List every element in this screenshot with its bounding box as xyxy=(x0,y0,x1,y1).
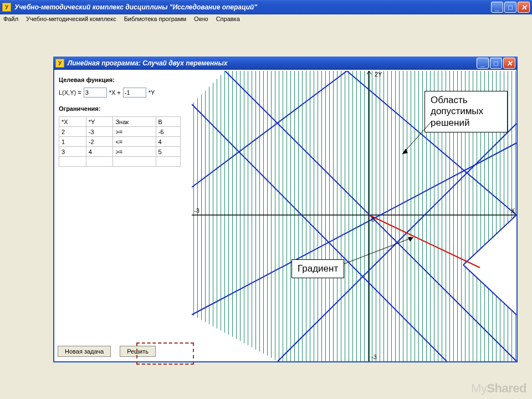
objective-row: L(X,Y) = *X + *Y xyxy=(59,88,187,98)
watermark: MyShared xyxy=(471,381,526,396)
table-row[interactable]: 1 -2 <= 4 xyxy=(59,137,181,147)
table-row[interactable]: 2 -3 >= -6 xyxy=(59,127,181,137)
button-row: Новая задача Решить xyxy=(58,346,156,357)
minimize-button[interactable]: _ xyxy=(491,2,503,13)
cell[interactable]: >= xyxy=(113,127,156,137)
objective-label: Целевая функция: xyxy=(59,76,187,83)
cell[interactable]: 1 xyxy=(59,137,86,147)
objective-between: *X + xyxy=(109,89,121,96)
new-task-button[interactable]: Новая задача xyxy=(58,346,111,357)
child-maximize-button[interactable]: □ xyxy=(490,58,502,69)
close-button[interactable]: ✕ xyxy=(518,2,530,13)
app-icon: У xyxy=(2,3,11,12)
constraints-table[interactable]: *X *Y Знак B 2 -3 >= -6 1 -2 <= xyxy=(59,116,181,167)
child-title: Линейная программа: Случай двух переменн… xyxy=(68,59,477,67)
plot-area: 2Y 0 -3 X -3 Область допустимых решений … xyxy=(192,71,516,361)
col-y: *Y xyxy=(86,117,113,127)
cell[interactable]: -2 xyxy=(86,137,113,147)
svg-text:0: 0 xyxy=(371,216,375,223)
menu-library[interactable]: Библиотека программ xyxy=(124,16,186,22)
app-titlebar: У Учебно-методический комплекс дисциплин… xyxy=(0,0,532,14)
app-title: Учебно-методический комплекс дисциплины … xyxy=(14,3,491,11)
coef-y-input[interactable] xyxy=(123,88,146,98)
child-minimize-button[interactable]: _ xyxy=(477,58,489,69)
menu-umk[interactable]: Учебно-методический комплекс xyxy=(26,16,116,22)
child-body: Целевая функция: L(X,Y) = *X + *Y Ограни… xyxy=(54,71,516,361)
table-row[interactable] xyxy=(59,157,181,167)
coef-x-input[interactable] xyxy=(84,88,107,98)
svg-text:2Y: 2Y xyxy=(375,71,382,78)
maximize-button[interactable]: □ xyxy=(504,2,516,13)
feasible-region-annotation: Область допустимых решений xyxy=(424,91,508,132)
svg-text:X: X xyxy=(511,207,515,214)
solve-button[interactable]: Решить xyxy=(120,346,156,357)
child-window-controls: _ □ ✕ xyxy=(477,58,515,69)
cell[interactable]: >= xyxy=(113,147,156,157)
workspace: У Линейная программа: Случай двух переме… xyxy=(0,23,532,399)
child-close-button[interactable]: ✕ xyxy=(503,58,515,69)
cell[interactable] xyxy=(113,157,156,167)
menubar: Файл Учебно-методический комплекс Библио… xyxy=(0,14,532,24)
col-x: *X xyxy=(59,117,86,127)
cell[interactable]: 2 xyxy=(59,127,86,137)
menu-window[interactable]: Окно xyxy=(194,16,208,22)
svg-text:-3: -3 xyxy=(194,207,200,214)
menu-file[interactable]: Файл xyxy=(3,16,18,22)
cell[interactable]: -3 xyxy=(86,127,113,137)
cell[interactable] xyxy=(86,157,113,167)
child-titlebar: У Линейная программа: Случай двух переме… xyxy=(53,57,518,70)
svg-text:-3: -3 xyxy=(371,354,377,360)
col-sign: Знак xyxy=(113,117,156,127)
window-controls: _ □ ✕ xyxy=(491,2,530,13)
table-header-row: *X *Y Знак B xyxy=(59,117,181,127)
cell[interactable]: 3 xyxy=(59,147,86,157)
col-b: B xyxy=(156,117,180,127)
cell[interactable] xyxy=(156,157,180,167)
menu-help[interactable]: Справка xyxy=(216,16,240,22)
child-icon: У xyxy=(55,59,64,68)
left-panel: Целевая функция: L(X,Y) = *X + *Y Ограни… xyxy=(54,71,192,361)
cell[interactable] xyxy=(59,157,86,167)
cell[interactable]: 4 xyxy=(86,147,113,157)
objective-suffix: *Y xyxy=(149,89,155,96)
constraints-label: Ограничения: xyxy=(59,105,187,112)
objective-prefix: L(X,Y) = xyxy=(59,89,81,96)
child-window: У Линейная программа: Случай двух переме… xyxy=(53,58,518,362)
cell[interactable]: 5 xyxy=(156,147,180,157)
table-row[interactable]: 3 4 >= 5 xyxy=(59,147,181,157)
cell[interactable]: 4 xyxy=(156,137,180,147)
cell[interactable]: <= xyxy=(113,137,156,147)
gradient-annotation: Градиент xyxy=(291,259,344,278)
cell[interactable]: -6 xyxy=(156,127,180,137)
